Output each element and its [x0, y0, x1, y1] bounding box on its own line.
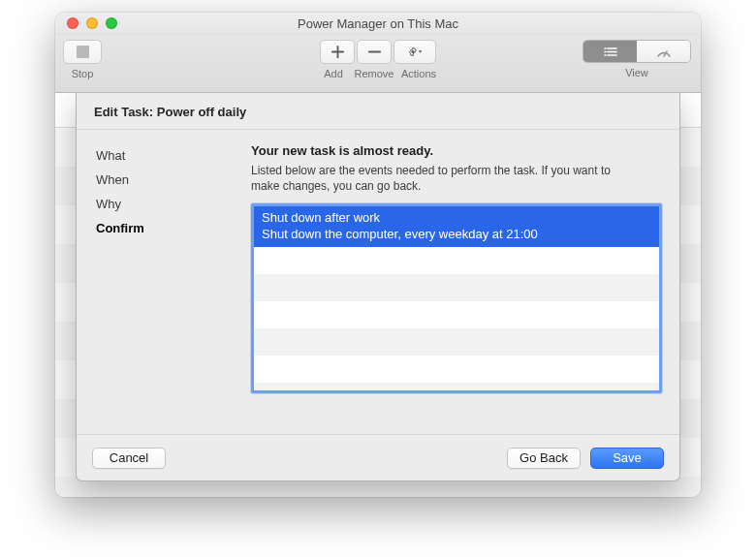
sheet-footer: Cancel Go Back Save	[77, 434, 679, 480]
empty-row	[254, 274, 659, 301]
add-button[interactable]	[320, 40, 355, 64]
gear-dropdown-icon	[408, 45, 423, 59]
add-button-label: Add	[316, 68, 351, 79]
empty-row	[254, 301, 659, 328]
event-row[interactable]: Shut down after work Shut down the compu…	[254, 206, 659, 247]
steps-sidebar: What When Why Confirm	[94, 136, 230, 434]
view-segmented-control[interactable]	[583, 40, 691, 63]
stop-button[interactable]	[63, 40, 102, 64]
stop-button-label: Stop	[72, 68, 94, 79]
empty-row	[254, 356, 659, 383]
minimize-window-button[interactable]	[86, 17, 98, 29]
list-icon	[602, 46, 619, 58]
empty-row	[254, 383, 659, 394]
traffic-lights	[67, 17, 117, 29]
gauge-icon	[655, 46, 673, 58]
empty-row	[254, 247, 659, 274]
view-list-segment[interactable]	[583, 41, 637, 62]
sheet-body: What When Why Confirm Your new task is a…	[77, 130, 679, 434]
toolbar: Stop	[55, 35, 701, 93]
toolbar-group-stop: Stop	[63, 40, 102, 79]
close-window-button[interactable]	[67, 17, 79, 29]
remove-button-label: Remove	[353, 68, 395, 79]
plus-icon	[331, 45, 345, 59]
actions-button[interactable]	[394, 40, 436, 64]
titlebar[interactable]: Power Manager on This Mac	[55, 13, 701, 35]
edit-task-sheet: Edit Task: Power off daily What When Why…	[76, 93, 680, 481]
minus-icon	[367, 45, 382, 59]
view-label: View	[625, 67, 648, 78]
step-confirm[interactable]: Confirm	[94, 216, 230, 240]
sheet-title: Edit Task: Power off daily	[77, 93, 679, 129]
remove-button[interactable]	[357, 40, 392, 64]
events-list[interactable]: Shut down after work Shut down the compu…	[251, 203, 662, 393]
view-gauge-segment[interactable]	[637, 41, 690, 62]
toolbar-group-view: View	[583, 40, 691, 78]
step-when[interactable]: When	[94, 168, 230, 192]
toolbar-group-center: Add Remove Actions	[316, 40, 440, 79]
empty-row	[254, 328, 659, 356]
app-window: Power Manager on This Mac Stop	[55, 13, 701, 497]
cancel-button[interactable]: Cancel	[92, 448, 166, 469]
stop-icon	[77, 46, 89, 58]
event-title: Shut down after work	[262, 210, 651, 226]
ready-heading: Your new task is almost ready.	[251, 143, 662, 158]
event-subtitle: Shut down the computer, every weekday at…	[262, 227, 651, 242]
step-why[interactable]: Why	[94, 192, 230, 216]
zoom-window-button[interactable]	[106, 17, 117, 29]
go-back-button[interactable]: Go Back	[507, 448, 581, 469]
ready-description: Listed below are the events needed to pe…	[251, 163, 639, 194]
actions-button-label: Actions	[397, 68, 440, 79]
save-button[interactable]: Save	[590, 448, 664, 469]
sheet-main: Your new task is almost ready. Listed be…	[251, 136, 662, 434]
main-content: Edit Task: Power off daily What When Why…	[55, 93, 701, 497]
window-title: Power Manager on This Mac	[55, 16, 701, 31]
step-what[interactable]: What	[94, 143, 230, 168]
